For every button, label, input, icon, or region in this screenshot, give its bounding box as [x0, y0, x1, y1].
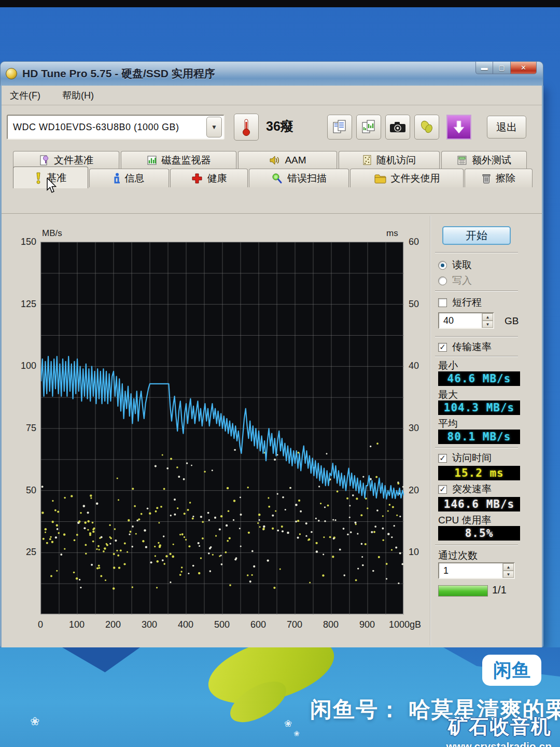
tab-health[interactable]: 健康 [170, 169, 248, 187]
screenshot-button[interactable] [385, 115, 410, 140]
toolbar: WDC WD10EVDS-63U8B0 (1000 GB) ▼ 36癈 [2, 105, 542, 150]
tab-aam[interactable]: AAM [238, 151, 337, 169]
avg-value-lcd: 80.1 MB/s [438, 430, 520, 444]
xianyu-badge: 闲鱼 [482, 655, 541, 686]
max-label: 最大 [438, 388, 458, 402]
wallpaper-sparkle: ❀ [30, 715, 39, 728]
settings-panel: 开始 读取 写入 短行程 40 ▲▼ [433, 214, 526, 648]
spin-down-icon[interactable]: ▼ [503, 571, 514, 578]
cpu-usage-label: CPU 使用率 [438, 514, 491, 527]
copy-screenshot-button[interactable] [356, 115, 381, 140]
access-time-checkbox[interactable]: ✓ 访问时间 [438, 451, 492, 465]
tab-label: 随机访问 [376, 154, 416, 167]
burst-rate-checkbox[interactable]: ✓ 突发速率 [438, 482, 492, 496]
checkbox-icon[interactable]: ✓ [438, 454, 447, 463]
access-time-lcd: 15.2 ms [438, 466, 520, 480]
tab-folder-usage[interactable]: 文件夹使用 [350, 169, 464, 187]
spin-up-icon[interactable]: ▲ [482, 313, 493, 321]
close-button[interactable]: ✕ [511, 62, 537, 74]
radio-icon[interactable] [438, 276, 447, 285]
checkbox-icon[interactable]: ✓ [438, 485, 447, 494]
site-name: 矿石收音机 [446, 714, 552, 740]
max-value-lcd: 104.3 MB/s [438, 400, 520, 415]
tab-disk-monitor[interactable]: 磁盘监视器 [121, 151, 236, 169]
short-stroke-size-spinner[interactable]: 40 ▲▼ [438, 312, 494, 329]
panel-divider [430, 216, 431, 645]
file-benchmark-icon [39, 155, 49, 166]
burst-rate-lcd: 146.6 MB/s [438, 497, 520, 511]
menu-file[interactable]: 文件(F) [8, 88, 43, 103]
tab-erase[interactable]: 擦除 [465, 169, 533, 187]
progress-fraction: 1/1 [492, 584, 507, 596]
thermometer-icon [241, 118, 252, 136]
benchmark-panel: MB/s ms 150125100755025 605040302010 010… [2, 213, 542, 647]
benchmark-chart [40, 242, 403, 614]
tab-random-access[interactable]: 随机访问 [339, 151, 440, 169]
wallpaper-sparkle: ❀ [284, 718, 292, 729]
short-stroke-checkbox[interactable]: 短行程 [438, 296, 482, 309]
donate-button[interactable] [414, 115, 439, 140]
temperature-value: 36癈 [266, 118, 293, 135]
short-stroke-unit: GB [505, 315, 519, 327]
copy-text-button[interactable] [327, 115, 352, 140]
download-arrow-icon [451, 119, 467, 135]
minimize-button[interactable]: ▬ [475, 62, 493, 74]
random-access-icon [362, 155, 372, 165]
update-button[interactable] [446, 115, 471, 140]
tab-label: 擦除 [496, 172, 515, 185]
transfer-rate-checkbox[interactable]: ✓ 传输速率 [438, 340, 492, 354]
info-icon [114, 173, 120, 184]
titlebar[interactable]: HD Tune Pro 5.75 - 硬盘/SSD 实用程序 ▬ ▢ ✕ [0, 61, 543, 86]
min-label: 最小 [438, 359, 458, 372]
speaker-icon [269, 155, 280, 165]
screen-top-edge [0, 0, 560, 7]
chevron-down-icon[interactable]: ▼ [206, 117, 222, 137]
drive-select-value: WDC WD10EVDS-63U8B0 (1000 GB) [8, 122, 206, 133]
checkbox-icon[interactable]: ✓ [438, 343, 447, 352]
tab-file-benchmark[interactable]: 文件基准 [13, 151, 119, 169]
tab-label: AAM [285, 155, 306, 166]
spin-up-icon[interactable]: ▲ [503, 563, 514, 571]
min-value-lcd: 46.6 MB/s [438, 371, 520, 386]
tab-label: 磁盘监视器 [162, 154, 211, 167]
tab-label: 健康 [207, 172, 227, 185]
tab-extra-tests[interactable]: 额外测试 [441, 151, 527, 169]
crystalradio-logo: 矿石收音机 www.crystalradio.cn [446, 714, 552, 747]
tab-info[interactable]: 信息 [89, 169, 169, 187]
disk-monitor-icon [147, 155, 157, 165]
tab-label: 文件基准 [54, 154, 93, 167]
temperature-button[interactable] [234, 114, 259, 141]
window-title: HD Tune Pro 5.75 - 硬盘/SSD 实用程序 [22, 66, 215, 81]
tab-label: 信息 [125, 172, 145, 185]
tab-row-primary: 基准 信息 健康 错误扫描 [2, 169, 542, 189]
cpu-usage-lcd: 8.5% [438, 526, 520, 541]
exit-button[interactable]: 退出 [487, 116, 526, 139]
tab-label: 额外测试 [472, 154, 511, 167]
extra-tests-icon [457, 155, 467, 165]
start-button[interactable]: 开始 [442, 226, 511, 245]
copy-icon [332, 119, 347, 135]
write-radio[interactable]: 写入 [438, 274, 472, 287]
wallpaper-shape [62, 647, 140, 672]
read-radio[interactable]: 读取 [438, 258, 472, 272]
mouse-cursor [46, 178, 58, 193]
hdtune-window: HD Tune Pro 5.75 - 硬盘/SSD 实用程序 ▬ ▢ ✕ 文件(… [0, 86, 543, 647]
benchmark-icon [35, 172, 42, 184]
error-scan-icon [271, 173, 283, 184]
pass-count-spinner[interactable]: 1 ▲▼ [438, 562, 515, 579]
drive-select[interactable]: WDC WD10EVDS-63U8B0 (1000 GB) ▼ [7, 115, 225, 140]
menu-help[interactable]: 帮助(H) [60, 88, 96, 103]
copy-chart-icon [361, 119, 376, 135]
app-icon [6, 68, 17, 79]
folder-icon [374, 173, 386, 184]
checkbox-icon[interactable] [438, 298, 447, 307]
trash-icon [482, 173, 491, 184]
radio-icon[interactable] [438, 261, 447, 270]
y-right-unit: ms [386, 228, 398, 239]
y-left-unit: MB/s [42, 228, 62, 239]
site-url: www.crystalradio.cn [446, 740, 552, 747]
maximize-button[interactable]: ▢ [493, 62, 511, 74]
tab-error-scan[interactable]: 错误扫描 [249, 169, 349, 187]
spin-down-icon[interactable]: ▼ [482, 321, 493, 328]
hands-icon [419, 119, 435, 135]
